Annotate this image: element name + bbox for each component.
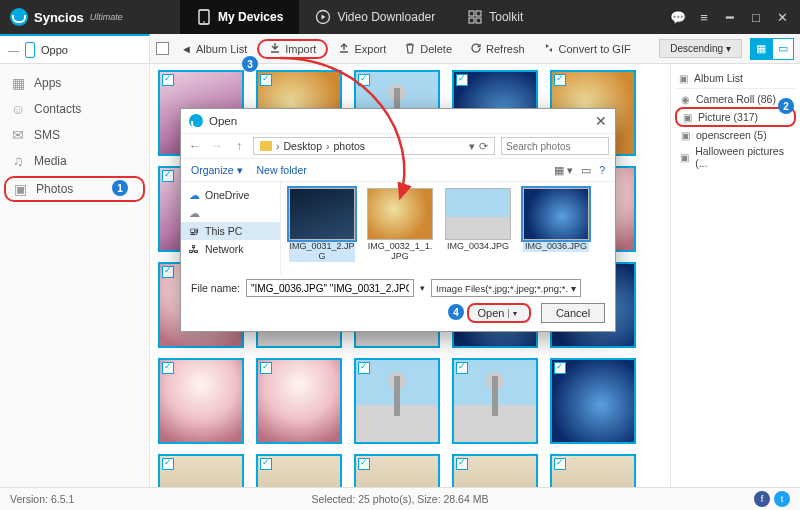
photo-thumb[interactable]	[158, 454, 244, 487]
tree-cloud[interactable]: ☁	[181, 204, 280, 222]
menu-icon[interactable]: ≡	[696, 10, 712, 25]
thumb-checkbox[interactable]	[260, 362, 272, 374]
picture-icon: ▣	[677, 72, 689, 84]
thumb-checkbox[interactable]	[554, 362, 566, 374]
thumb-checkbox[interactable]	[358, 362, 370, 374]
photo-thumb[interactable]	[550, 454, 636, 487]
file-item[interactable]: IMG_0036.JPG	[523, 188, 589, 269]
album-openscreen[interactable]: ▣ openscreen (5)	[675, 127, 796, 143]
album-picture[interactable]: ▣ Picture (317)	[675, 107, 796, 127]
tree-onedrive[interactable]: ☁OneDrive	[181, 186, 280, 204]
convert-icon	[543, 42, 555, 56]
tab-my-devices[interactable]: My Devices	[180, 0, 299, 34]
facebook-icon[interactable]: f	[754, 491, 770, 507]
dialog-files: IMG_0031_2.JPG IMG_0032_1_1.JPG IMG_0034…	[281, 182, 615, 275]
network-icon: 🖧	[189, 243, 200, 255]
photo-thumb[interactable]	[354, 454, 440, 487]
grid-icon	[467, 9, 483, 25]
delete-button[interactable]: Delete	[396, 39, 460, 59]
file-item[interactable]: IMG_0034.JPG	[445, 188, 511, 269]
sidebar-item-contacts[interactable]: ☺ Contacts	[0, 96, 149, 122]
sidebar-item-media[interactable]: ♫ Media	[0, 148, 149, 174]
help-button[interactable]: ?	[599, 164, 605, 176]
nav-up-button[interactable]: ↑	[231, 139, 247, 153]
chevron-down-icon: ▾	[508, 309, 520, 318]
nav-back-button[interactable]: ←	[187, 139, 203, 153]
thumb-checkbox[interactable]	[554, 74, 566, 86]
new-folder-button[interactable]: New folder	[257, 164, 307, 176]
file-thumbnail	[367, 188, 433, 240]
left-sidebar: ▦ Apps ☺ Contacts ✉ SMS ♫ Media ▣ Photos	[0, 64, 150, 487]
file-item[interactable]: IMG_0031_2.JPG	[289, 188, 355, 269]
phone-icon	[196, 9, 212, 25]
cancel-button[interactable]: Cancel	[541, 303, 605, 323]
device-tab[interactable]: — Oppo	[0, 34, 150, 63]
tree-network[interactable]: 🖧Network	[181, 240, 280, 258]
photo-thumb[interactable]	[452, 454, 538, 487]
view-grid-button[interactable]: ▦	[750, 38, 772, 60]
thumb-checkbox[interactable]	[162, 266, 174, 278]
sidebar-item-apps[interactable]: ▦ Apps	[0, 70, 149, 96]
photo-thumb[interactable]	[256, 358, 342, 444]
select-all-checkbox[interactable]	[156, 42, 169, 55]
thumb-checkbox[interactable]	[456, 458, 468, 470]
dialog-search-input[interactable]	[501, 137, 609, 155]
sort-button[interactable]: Descending ▾	[659, 39, 742, 58]
thumb-checkbox[interactable]	[162, 74, 174, 86]
refresh-icon[interactable]: ⟳	[479, 140, 488, 152]
picture-icon: ▣	[679, 151, 690, 163]
thumb-checkbox[interactable]	[162, 458, 174, 470]
photo-thumb[interactable]	[354, 358, 440, 444]
album-list-button[interactable]: ◄ Album List	[173, 40, 255, 58]
photo-thumb[interactable]	[452, 358, 538, 444]
minimize-button[interactable]: ━	[722, 10, 738, 25]
thumb-checkbox[interactable]	[162, 170, 174, 182]
import-button[interactable]: Import	[257, 39, 328, 59]
export-icon	[338, 42, 350, 56]
top-tabs: My Devices Video Downloader Toolkit	[180, 0, 539, 34]
dialog-title: Open	[209, 115, 237, 127]
thumb-checkbox[interactable]	[260, 458, 272, 470]
convert-gif-button[interactable]: Convert to GIF	[535, 39, 639, 59]
tab-video-downloader-label: Video Downloader	[337, 10, 435, 24]
thumb-checkbox[interactable]	[260, 74, 272, 86]
feedback-icon[interactable]: 💬	[670, 10, 686, 25]
dialog-title-bar: Open ✕	[181, 109, 615, 133]
callout-1: 1	[112, 180, 128, 196]
tree-label: Network	[205, 243, 244, 255]
preview-pane-button[interactable]: ▭	[581, 164, 591, 176]
thumb-checkbox[interactable]	[456, 362, 468, 374]
breadcrumb[interactable]: › Desktop › photos ▾⟳	[253, 137, 495, 155]
title-bar: Syncios Ultimate My Devices Video Downlo…	[0, 0, 800, 34]
tab-video-downloader[interactable]: Video Downloader	[299, 0, 451, 34]
thumb-checkbox[interactable]	[162, 362, 174, 374]
twitter-icon[interactable]: t	[774, 491, 790, 507]
view-list-button[interactable]: ▭	[772, 38, 794, 60]
photo-thumb[interactable]	[256, 454, 342, 487]
dialog-close-button[interactable]: ✕	[595, 113, 607, 129]
maximize-button[interactable]: □	[748, 10, 764, 25]
close-button[interactable]: ✕	[774, 10, 790, 25]
thumb-checkbox[interactable]	[554, 458, 566, 470]
thumb-checkbox[interactable]	[358, 458, 370, 470]
file-type-filter[interactable]: Image Files(*.jpg;*.jpeg;*.png;*.▾	[431, 279, 581, 297]
file-name-input[interactable]	[246, 279, 414, 297]
refresh-button[interactable]: Refresh	[462, 39, 533, 59]
photo-thumb[interactable]	[550, 358, 636, 444]
export-button[interactable]: Export	[330, 39, 394, 59]
sidebar-item-label: Contacts	[34, 102, 81, 116]
photo-thumb[interactable]	[158, 358, 244, 444]
tree-this-pc[interactable]: 🖳This PC	[181, 222, 280, 240]
tab-toolkit[interactable]: Toolkit	[451, 0, 539, 34]
list-icon: ▭	[778, 42, 788, 55]
open-button[interactable]: Open ▾	[467, 303, 531, 323]
thumb-checkbox[interactable]	[358, 74, 370, 86]
breadcrumb-part: Desktop	[284, 140, 323, 152]
view-options-button[interactable]: ▦ ▾	[554, 164, 573, 176]
organize-button[interactable]: Organize ▾	[191, 164, 243, 176]
sidebar-item-sms[interactable]: ✉ SMS	[0, 122, 149, 148]
album-halloween[interactable]: ▣ Halloween pictures (...	[675, 143, 796, 171]
nav-forward-button[interactable]: →	[209, 139, 225, 153]
thumb-checkbox[interactable]	[456, 74, 468, 86]
file-item[interactable]: IMG_0032_1_1.JPG	[367, 188, 433, 269]
